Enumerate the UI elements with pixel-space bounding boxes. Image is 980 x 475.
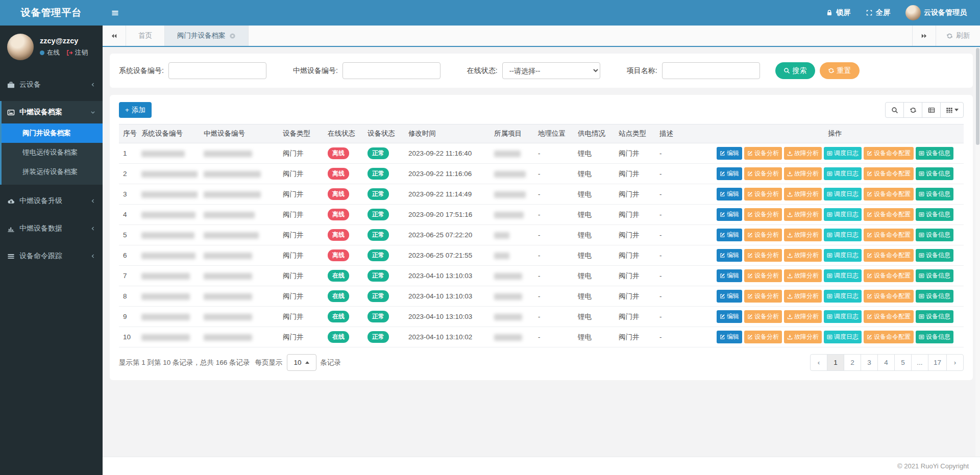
online-status-select[interactable]: --请选择-- [502, 62, 600, 79]
device-command-config-button[interactable]: 设备命令配置 [864, 290, 914, 303]
dispatch-log-button[interactable]: 调度日志 [824, 269, 862, 282]
page-button[interactable]: 3 [861, 354, 878, 371]
device-analysis-button[interactable]: 设备分析 [744, 208, 782, 221]
device-analysis-button[interactable]: 设备分析 [744, 269, 782, 282]
dispatch-log-button[interactable]: 调度日志 [824, 208, 862, 221]
device-analysis-button[interactable]: 设备分析 [744, 310, 782, 323]
device-command-config-button[interactable]: 设备命令配置 [864, 310, 914, 323]
fault-analysis-button[interactable]: 故障分析 [784, 310, 822, 323]
reset-button[interactable]: 重置 [820, 62, 860, 79]
edit-button[interactable]: 编辑 [717, 269, 742, 282]
ellipsis-page-button[interactable]: ... [911, 354, 928, 371]
device-analysis-button[interactable]: 设备分析 [744, 229, 782, 241]
column-header[interactable]: 中燃设备编号 [200, 124, 279, 143]
edit-button[interactable]: 编辑 [717, 147, 742, 160]
tab-home[interactable]: 首页 [126, 26, 165, 46]
dispatch-log-button[interactable]: 调度日志 [824, 167, 862, 180]
fault-analysis-button[interactable]: 故障分析 [784, 167, 822, 180]
system-device-no-input[interactable] [168, 62, 266, 79]
tabs-scroll-left-button[interactable] [103, 26, 126, 46]
column-header[interactable]: 设备状态 [363, 124, 404, 143]
device-analysis-button[interactable]: 设备分析 [744, 167, 782, 180]
dispatch-log-button[interactable]: 调度日志 [824, 310, 862, 323]
dispatch-log-button[interactable]: 调度日志 [824, 331, 862, 343]
next-page-button[interactable]: › [946, 354, 964, 371]
fault-analysis-button[interactable]: 故障分析 [784, 229, 822, 241]
page-button[interactable]: 4 [877, 354, 895, 371]
project-name-input[interactable] [662, 62, 760, 79]
columns-button[interactable] [940, 102, 964, 118]
column-header[interactable]: 设备类型 [279, 124, 324, 143]
device-info-button[interactable]: 设备信息 [916, 147, 953, 160]
device-command-config-button[interactable]: 设备命令配置 [864, 269, 914, 282]
fault-analysis-button[interactable]: 故障分析 [784, 147, 822, 160]
device-info-button[interactable]: 设备信息 [916, 310, 953, 323]
column-header[interactable]: 描述 [655, 124, 706, 143]
column-header[interactable]: 序号 [119, 124, 137, 143]
edit-button[interactable]: 编辑 [717, 331, 742, 343]
fault-analysis-button[interactable]: 故障分析 [784, 269, 822, 282]
device-info-button[interactable]: 设备信息 [916, 208, 953, 221]
device-analysis-button[interactable]: 设备分析 [744, 249, 782, 262]
sidebar-item[interactable]: 中燃设备档案 [2, 101, 103, 123]
edit-button[interactable]: 编辑 [717, 249, 742, 262]
lock-screen-button[interactable]: 锁屏 [826, 8, 850, 17]
device-info-button[interactable]: 设备信息 [916, 229, 953, 241]
table-search-toggle-button[interactable] [885, 102, 904, 118]
dispatch-log-button[interactable]: 调度日志 [824, 229, 862, 241]
edit-button[interactable]: 编辑 [717, 310, 742, 323]
sidebar-toggle[interactable] [103, 0, 127, 26]
device-analysis-button[interactable]: 设备分析 [744, 290, 782, 303]
column-header[interactable]: 站点类型 [615, 124, 655, 143]
scrollbar[interactable] [975, 47, 980, 457]
fault-analysis-button[interactable]: 故障分析 [784, 249, 822, 262]
device-command-config-button[interactable]: 设备命令配置 [864, 229, 914, 241]
device-info-button[interactable]: 设备信息 [916, 249, 953, 262]
sidebar-item[interactable]: 中燃设备升级 [0, 190, 103, 212]
page-button[interactable]: 5 [894, 354, 912, 371]
dispatch-log-button[interactable]: 调度日志 [824, 147, 862, 160]
prev-page-button[interactable]: ‹ [810, 354, 827, 371]
device-command-config-button[interactable]: 设备命令配置 [864, 208, 914, 221]
device-info-button[interactable]: 设备信息 [916, 167, 953, 180]
fault-analysis-button[interactable]: 故障分析 [784, 331, 822, 343]
sidebar-subitem[interactable]: 拼装远传设备档案 [2, 162, 103, 182]
gas-device-no-input[interactable] [342, 62, 440, 79]
close-icon[interactable] [229, 33, 236, 39]
device-analysis-button[interactable]: 设备分析 [744, 331, 782, 343]
sidebar-item[interactable]: 中燃设备数据 [0, 217, 103, 240]
device-command-config-button[interactable]: 设备命令配置 [864, 188, 914, 201]
sidebar-item[interactable]: 设备命令跟踪 [0, 245, 103, 267]
device-command-config-button[interactable]: 设备命令配置 [864, 331, 914, 343]
device-info-button[interactable]: 设备信息 [916, 290, 953, 303]
scrollbar-thumb[interactable] [976, 48, 979, 145]
tabs-scroll-right-button[interactable] [912, 26, 936, 46]
column-header[interactable]: 在线状态 [324, 124, 363, 143]
device-command-config-button[interactable]: 设备命令配置 [864, 147, 914, 160]
column-header[interactable]: 供电情况 [574, 124, 615, 143]
edit-button[interactable]: 编辑 [717, 167, 742, 180]
dispatch-log-button[interactable]: 调度日志 [824, 188, 862, 201]
column-header[interactable]: 地理位置 [534, 124, 574, 143]
dispatch-log-button[interactable]: 调度日志 [824, 290, 862, 303]
logout-link[interactable]: 注销 [66, 48, 88, 57]
column-header[interactable]: 系统设备编号 [137, 124, 200, 143]
device-info-button[interactable]: 设备信息 [916, 269, 953, 282]
sidebar-subitem[interactable]: 锂电远传设备档案 [2, 143, 103, 162]
user-menu[interactable]: 云设备管理员 [905, 5, 967, 20]
device-analysis-button[interactable]: 设备分析 [744, 188, 782, 201]
search-button[interactable]: 搜索 [775, 62, 815, 79]
dispatch-log-button[interactable]: 调度日志 [824, 249, 862, 262]
column-header[interactable]: 所属项目 [490, 124, 534, 143]
add-button[interactable]: + 添加 [119, 102, 152, 118]
table-refresh-button[interactable] [903, 102, 922, 118]
edit-button[interactable]: 编辑 [717, 290, 742, 303]
fault-analysis-button[interactable]: 故障分析 [784, 208, 822, 221]
refresh-page-button[interactable]: 刷新 [936, 26, 980, 46]
edit-button[interactable]: 编辑 [717, 229, 742, 241]
edit-button[interactable]: 编辑 [717, 208, 742, 221]
column-header[interactable]: 操作 [706, 124, 964, 143]
device-info-button[interactable]: 设备信息 [916, 188, 953, 201]
page-button[interactable]: 17 [928, 354, 947, 371]
fullscreen-button[interactable]: 全屏 [866, 8, 890, 17]
